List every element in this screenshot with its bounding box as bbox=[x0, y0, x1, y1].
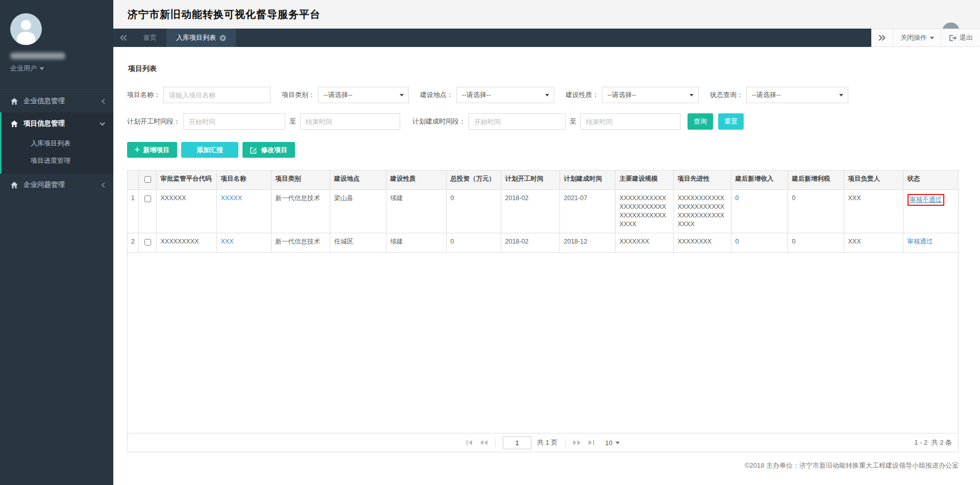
plan-finish-period-label: 计划建成时间段： bbox=[412, 117, 465, 126]
col-header: 项目类别 bbox=[271, 171, 330, 190]
plan-start-end-input[interactable] bbox=[300, 113, 400, 130]
col-header: 项目名称 bbox=[216, 171, 271, 190]
add-project-button[interactable]: + 新增项目 bbox=[127, 142, 177, 158]
col-header: 审批监管平台代码 bbox=[156, 171, 216, 190]
build-location-select[interactable]: --请选择-- bbox=[456, 87, 554, 103]
page-size-select[interactable]: 10 bbox=[605, 439, 620, 447]
chevron-left-icon bbox=[102, 182, 105, 188]
cell-category: 新一代信息技术 bbox=[271, 190, 330, 233]
titlebar: 济宁市新旧动能转换可视化督导服务平台 bbox=[113, 0, 980, 29]
person-icon bbox=[21, 20, 31, 30]
divider bbox=[495, 439, 496, 447]
cell-advance: XXXXXXXX bbox=[673, 233, 731, 253]
plan-finish-begin-input[interactable] bbox=[469, 113, 566, 130]
user-role-label: 企业用户 bbox=[10, 64, 37, 73]
cell-status: 审核通过 bbox=[903, 233, 958, 253]
project-name-input[interactable] bbox=[163, 87, 271, 103]
cell-plan-start: 2018-02 bbox=[501, 190, 559, 233]
app-window: 企业用户 企业信息管理 bbox=[0, 0, 980, 485]
cell-tax: 0 bbox=[788, 190, 844, 233]
sidebar-item-enterprise-issues[interactable]: 企业问题管理 bbox=[0, 174, 113, 196]
tab-bar: 首页 入库项目列表 关闭操作 bbox=[113, 29, 980, 47]
page-title: 济宁市新旧动能转换可视化督导服务平台 bbox=[128, 8, 321, 21]
status-query-label: 状态查询： bbox=[710, 90, 743, 100]
col-header: 建后新增收入 bbox=[731, 171, 788, 190]
divider bbox=[565, 439, 566, 447]
build-nature-select[interactable]: --请选择-- bbox=[602, 87, 699, 103]
prev-page-button[interactable] bbox=[479, 440, 488, 446]
sidebar: 企业用户 企业信息管理 bbox=[0, 0, 113, 485]
build-nature-label: 建设性质： bbox=[566, 90, 599, 100]
cell-location: 梁山县 bbox=[330, 190, 386, 233]
sidebar-item-project-info[interactable]: 项目信息管理 bbox=[2, 112, 113, 135]
project-name-link[interactable]: XXX bbox=[221, 238, 234, 245]
next-page-button[interactable] bbox=[573, 440, 581, 446]
row-number: 2 bbox=[128, 233, 138, 253]
select-all-checkbox-cell bbox=[138, 171, 156, 190]
col-header: 项目先进性 bbox=[673, 171, 731, 190]
col-header: 状态 bbox=[903, 171, 958, 190]
search-button[interactable]: 查询 bbox=[688, 113, 713, 130]
reset-button[interactable]: 重置 bbox=[718, 113, 744, 130]
cell-income: 0 bbox=[731, 233, 788, 253]
plan-finish-end-input[interactable] bbox=[580, 113, 680, 130]
logout-icon bbox=[949, 35, 957, 41]
to-label: 至 bbox=[570, 117, 576, 126]
project-table-container: 审批监管平台代码 项目名称 项目类别 建设地点 建设性质 总投资（万元） 计划开… bbox=[127, 170, 959, 452]
project-name-link[interactable]: XXXXX bbox=[221, 195, 242, 202]
close-operations-dropdown[interactable]: 关闭操作 bbox=[893, 29, 941, 46]
status-link[interactable]: 审核通过 bbox=[908, 238, 933, 245]
row-checkbox-cell bbox=[138, 190, 156, 233]
home-icon bbox=[11, 120, 18, 127]
cell-code: XXXXXX bbox=[156, 190, 216, 233]
col-header: 计划建成时间 bbox=[559, 171, 615, 190]
status-query-select[interactable]: --请选择-- bbox=[746, 87, 848, 103]
tabs-scroll-right-button[interactable] bbox=[871, 29, 893, 46]
user-role-dropdown[interactable]: 企业用户 bbox=[10, 64, 113, 73]
row-checkbox[interactable] bbox=[144, 239, 151, 246]
pagination-bar: 共 1 页 10 1 - 2 共 2 条 bbox=[128, 433, 958, 452]
home-icon bbox=[11, 98, 18, 105]
tab-home[interactable]: 首页 bbox=[134, 29, 166, 47]
cell-nature: 续建 bbox=[386, 190, 446, 233]
project-name-label: 项目名称： bbox=[127, 90, 160, 100]
table-row: 2 XXXXXXXXX XXX 新一代信息技术 任城区 续建 0 2018-02… bbox=[128, 233, 958, 253]
row-checkbox[interactable] bbox=[144, 196, 151, 202]
add-report-button[interactable]: 添加汇报 bbox=[181, 142, 238, 158]
sidebar-item-project-list[interactable]: 入库项目列表 bbox=[2, 135, 113, 152]
project-category-select[interactable]: --请选择-- bbox=[318, 87, 409, 103]
last-page-button[interactable] bbox=[587, 440, 595, 446]
to-label: 至 bbox=[289, 117, 296, 126]
cell-advance: XXXXXXXXXXX XXXXXXXXXXX XXXXXXXXXXX XXXX bbox=[673, 190, 731, 233]
plan-start-begin-input[interactable] bbox=[183, 113, 285, 130]
row-checkbox-cell bbox=[138, 233, 156, 253]
cell-manager: XXX bbox=[844, 233, 903, 253]
cell-status: 审核不通过 bbox=[903, 190, 958, 233]
select-all-checkbox[interactable] bbox=[144, 176, 151, 183]
sidebar-item-project-progress[interactable]: 项目进度管理 bbox=[2, 152, 113, 169]
project-table: 审批监管平台代码 项目名称 项目类别 建设地点 建设性质 总投资（万元） 计划开… bbox=[128, 171, 958, 253]
partial-circle-button[interactable] bbox=[942, 22, 960, 29]
nav-group-project-info: 项目信息管理 入库项目列表 项目进度管理 bbox=[0, 112, 113, 174]
avatar bbox=[10, 13, 42, 45]
edit-project-button[interactable]: 修改项目 bbox=[242, 142, 295, 158]
user-panel: 企业用户 bbox=[0, 0, 113, 81]
cell-investment: 0 bbox=[446, 190, 501, 233]
tabs-scroll-left-button[interactable] bbox=[113, 29, 134, 47]
tab-project-list[interactable]: 入库项目列表 bbox=[166, 29, 236, 47]
cell-investment: 0 bbox=[446, 233, 501, 253]
col-header: 主要建设规模 bbox=[615, 171, 673, 190]
nav-group-enterprise-info: 企业信息管理 bbox=[0, 90, 113, 112]
logout-button[interactable]: 退出 bbox=[941, 29, 980, 46]
tab-close-icon[interactable] bbox=[219, 35, 226, 41]
nav-group-enterprise-issues: 企业问题管理 bbox=[0, 174, 113, 196]
cell-tax: 0 bbox=[788, 233, 844, 253]
cell-location: 任城区 bbox=[330, 233, 386, 253]
status-link[interactable]: 审核不通过 bbox=[910, 196, 942, 203]
col-header: 建设地点 bbox=[330, 171, 386, 190]
first-page-button[interactable] bbox=[466, 440, 474, 446]
sidebar-item-enterprise-info[interactable]: 企业信息管理 bbox=[0, 90, 113, 112]
page-number-input[interactable] bbox=[503, 436, 531, 449]
col-header: 建后新增利税 bbox=[788, 171, 844, 190]
tabbar-right-controls: 关闭操作 退出 bbox=[871, 29, 980, 47]
